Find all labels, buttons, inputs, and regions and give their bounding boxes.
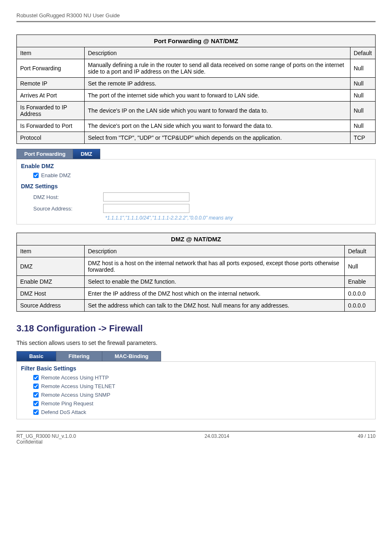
cell-def: Null [350, 102, 375, 120]
filter-label: Remote Access Using TELNET [41, 383, 115, 389]
defend-dos-checkbox[interactable] [33, 409, 39, 415]
section-heading: 3.18 Configuration -> Firewall [16, 323, 376, 334]
source-address-input[interactable] [103, 204, 189, 213]
cell-desc: The device's IP on the LAN side which yo… [85, 102, 350, 120]
col-desc: Description [85, 47, 350, 59]
cell-desc: DMZ host is a host on the internal netwo… [85, 257, 345, 276]
filter-row: Remote Access Using SNMP [17, 391, 375, 399]
cell-def: Null [350, 90, 375, 102]
table1-title: Port Forwarding @ NAT/DMZ [17, 35, 376, 47]
table-row: Port Forwarding Manually defining a rule… [17, 59, 376, 78]
filter-basic-header: Filter Basic Settings [17, 362, 375, 373]
filter-label: Remote Access Using HTTP [41, 375, 109, 381]
firewall-tab-bar: Basic Filtering MAC-Binding [16, 351, 376, 361]
table-row: Protocol Select from "TCP", "UDP" or "TC… [17, 132, 376, 144]
cell-desc: The port of the internet side which you … [85, 90, 350, 102]
table-row: Source Address Set the address which can… [17, 300, 376, 312]
dmz-host-input[interactable] [103, 192, 189, 201]
enable-dmz-header: Enable DMZ [17, 160, 375, 171]
filter-row: Remote Access Using TELNET [17, 382, 375, 391]
cell-desc: Manually defining a rule in the router t… [85, 59, 350, 78]
dmz-host-row: DMZ Host: [17, 191, 375, 203]
dmz-tab-bar: Port Forwarding DMZ [16, 149, 376, 159]
body-text: This section allows users to set the fir… [16, 340, 376, 346]
remote-snmp-checkbox[interactable] [33, 392, 39, 398]
table-row: Arrives At Port The port of the internet… [17, 90, 376, 102]
cell-item: Enable DMZ [17, 276, 85, 288]
table-row: DMZ Host Enter the IP address of the DMZ… [17, 288, 376, 300]
tab-dmz[interactable]: DMZ [73, 149, 100, 159]
table-row: DMZ DMZ host is a host on the internal n… [17, 257, 376, 276]
cell-item: Remote IP [17, 78, 85, 90]
cell-item: Arrives At Port [17, 90, 85, 102]
cell-def: Null [350, 120, 375, 132]
cell-def: Null [350, 59, 375, 78]
col-default: Default [350, 47, 375, 59]
cell-def: Null [350, 78, 375, 90]
cell-desc: Select to enable the DMZ function. [85, 276, 345, 288]
footer-left: RT_UG_R3000 NU_v.1.0.0 Confidential [16, 433, 76, 445]
remote-telnet-checkbox[interactable] [33, 384, 39, 389]
page-footer: RT_UG_R3000 NU_v.1.0.0 Confidential 24.0… [16, 431, 376, 445]
cell-desc: Select from "TCP", "UDP" or "TCP&UDP" wh… [85, 132, 350, 144]
filter-row: Remote Ping Request [17, 399, 375, 408]
tab-mac-binding[interactable]: MAC-Binding [102, 351, 161, 361]
tab-port-forwarding[interactable]: Port Forwarding [16, 149, 73, 159]
source-address-hint: *1.1.1.1","1.1.1.0/24","1.1.1.1-2.2.2.2"… [17, 214, 375, 224]
cell-item: DMZ Host [17, 288, 85, 300]
cell-def: TCP [350, 132, 375, 144]
tab-basic[interactable]: Basic [16, 351, 56, 361]
tab-filtering[interactable]: Filtering [56, 351, 102, 361]
col-desc: Description [85, 245, 345, 257]
filter-label: Remote Access Using SNMP [41, 392, 110, 398]
enable-dmz-label: Enable DMZ [41, 172, 71, 178]
dmz-table: DMZ @ NAT/DMZ Item Description Default D… [16, 233, 376, 312]
cell-def: Null [345, 257, 376, 276]
filter-basic-panel: Filter Basic Settings Remote Access Usin… [16, 361, 376, 419]
dmz-panel: Enable DMZ Enable DMZ DMZ Settings DMZ H… [16, 159, 376, 224]
table-row: Enable DMZ Select to enable the DMZ func… [17, 276, 376, 288]
table-row: Remote IP Set the remote IP address. Nul… [17, 78, 376, 90]
cell-def: 0.0.0.0 [345, 288, 376, 300]
footer-right: 49 / 110 [358, 433, 376, 445]
remote-http-checkbox[interactable] [33, 375, 39, 380]
cell-def: 0.0.0.0 [345, 300, 376, 312]
filter-label: Remote Ping Request [41, 400, 93, 407]
dmz-settings-header: DMZ Settings [17, 180, 375, 191]
table-row: Is Forwarded to Port The device's port o… [17, 120, 376, 132]
table-row: Is Forwarded to IP Address The device's … [17, 102, 376, 120]
filter-row: Defend DoS Attack [17, 408, 375, 416]
dmz-host-label: DMZ Host: [33, 194, 103, 200]
source-address-label: Source Address: [33, 206, 103, 212]
cell-item: Source Address [17, 300, 85, 312]
cell-desc: Set the address which can talk to the DM… [85, 300, 345, 312]
filter-label: Defend DoS Attack [41, 409, 86, 415]
cell-item: Protocol [17, 132, 85, 144]
col-item: Item [17, 245, 85, 257]
cell-desc: The device's port on the LAN side which … [85, 120, 350, 132]
enable-dmz-checkbox[interactable] [33, 173, 39, 178]
cell-desc: Enter the IP address of the DMZ host whi… [85, 288, 345, 300]
doc-header: Robustel GoRugged R3000 NU User Guide [16, 12, 376, 22]
cell-desc: Set the remote IP address. [85, 78, 350, 90]
remote-ping-checkbox[interactable] [33, 401, 39, 406]
footer-center: 24.03.2014 [205, 433, 229, 445]
cell-item: Is Forwarded to IP Address [17, 102, 85, 120]
cell-def: Enable [345, 276, 376, 288]
table2-title: DMZ @ NAT/DMZ [17, 233, 376, 245]
enable-dmz-row: Enable DMZ [17, 171, 375, 180]
col-default: Default [345, 245, 376, 257]
port-forwarding-table: Port Forwarding @ NAT/DMZ Item Descripti… [16, 35, 376, 144]
cell-item: Port Forwarding [17, 59, 85, 78]
cell-item: DMZ [17, 257, 85, 276]
source-address-row: Source Address: [17, 203, 375, 214]
filter-row: Remote Access Using HTTP [17, 373, 375, 382]
col-item: Item [17, 47, 85, 59]
cell-item: Is Forwarded to Port [17, 120, 85, 132]
